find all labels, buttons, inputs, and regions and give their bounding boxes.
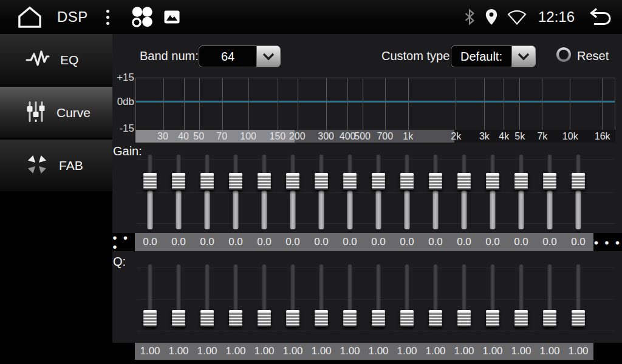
q-slider[interactable]	[395, 262, 419, 341]
gain-more-left-button[interactable]: ● ● ●	[112, 233, 135, 251]
gain-more-right-button[interactable]: ● ● ●	[593, 233, 622, 251]
sidebar-item-eq[interactable]: EQ	[0, 34, 112, 87]
gain-slider-handle[interactable]	[400, 173, 414, 190]
chevron-down-icon[interactable]	[511, 46, 535, 67]
gain-slider-handle[interactable]	[514, 173, 528, 190]
gain-slider[interactable]	[509, 150, 533, 231]
q-slider-handle[interactable]	[457, 310, 471, 327]
gain-slider-handle[interactable]	[572, 173, 585, 190]
gain-slider[interactable]	[423, 150, 448, 231]
q-slider-handle[interactable]	[429, 310, 442, 327]
q-slider[interactable]	[281, 262, 305, 341]
frequency-tick-label: 50	[193, 131, 204, 142]
gain-value: 0.0	[285, 236, 300, 248]
gain-slider[interactable]	[366, 150, 391, 231]
q-slider[interactable]	[309, 262, 333, 341]
gain-value: 0.0	[457, 236, 471, 248]
gain-slider-handle[interactable]	[543, 173, 556, 190]
reset-radio[interactable]	[556, 47, 571, 62]
q-slider-handle[interactable]	[200, 310, 214, 327]
gain-slider-handle[interactable]	[258, 173, 271, 190]
chevron-down-icon[interactable]	[256, 46, 280, 67]
eq-curve-plot[interactable]	[135, 78, 615, 130]
q-slider-handle[interactable]	[372, 310, 385, 327]
sidebar: EQ Curve	[0, 34, 112, 364]
dsp-app-screen: DSP	[0, 0, 622, 364]
q-slider-handle[interactable]	[343, 310, 357, 327]
q-slider-handle[interactable]	[572, 310, 585, 327]
q-slider-handle[interactable]	[229, 310, 242, 327]
gain-slider-handle[interactable]	[229, 173, 242, 190]
q-slider[interactable]	[224, 262, 248, 341]
back-icon[interactable]	[586, 7, 613, 27]
gain-slider[interactable]	[395, 150, 419, 231]
gain-slider[interactable]	[252, 150, 276, 231]
gain-slider-handle[interactable]	[429, 173, 442, 190]
gain-slider[interactable]	[338, 150, 362, 231]
gain-slider-handle[interactable]	[143, 173, 157, 190]
gain-slider-handle[interactable]	[286, 173, 299, 190]
q-slider[interactable]	[566, 262, 590, 341]
gain-slider-handle[interactable]	[200, 173, 214, 190]
y-tick-plus15: +15	[112, 72, 134, 84]
gain-slider-handle[interactable]	[457, 173, 471, 190]
plot-gridline	[363, 78, 363, 130]
q-slider[interactable]	[452, 262, 476, 341]
gain-slider-handle[interactable]	[315, 173, 328, 190]
gain-slider[interactable]	[224, 150, 248, 231]
sidebar-item-curve[interactable]: Curve	[0, 87, 112, 140]
q-slider-handle[interactable]	[172, 310, 185, 327]
q-slider-handle[interactable]	[143, 310, 157, 327]
gain-slider[interactable]	[452, 150, 476, 231]
gain-slider[interactable]	[281, 150, 305, 231]
q-slider-handle[interactable]	[315, 310, 328, 327]
slider-track-lower	[490, 190, 496, 229]
q-slider-handle[interactable]	[258, 310, 271, 327]
gain-slider[interactable]	[538, 150, 562, 231]
q-slider[interactable]	[166, 262, 191, 341]
plot-gridline	[248, 78, 249, 130]
overflow-menu-icon[interactable]	[104, 7, 112, 27]
gain-slider-handle[interactable]	[486, 173, 499, 190]
gain-slider[interactable]	[309, 150, 333, 231]
gain-slider-handle[interactable]	[343, 173, 357, 190]
location-icon	[485, 8, 498, 25]
apps-clover-icon[interactable]	[130, 5, 153, 29]
band-num-select[interactable]: 64	[199, 46, 281, 67]
slider-track-lower	[176, 190, 182, 229]
gallery-icon[interactable]	[164, 10, 180, 24]
q-slider[interactable]	[252, 262, 276, 341]
frequency-tick-label: 500	[354, 131, 371, 142]
gain-slider-handle[interactable]	[172, 173, 185, 190]
q-slider-handle[interactable]	[514, 310, 528, 327]
q-slider[interactable]	[538, 262, 562, 341]
q-slider[interactable]	[509, 262, 533, 341]
gain-value: 0.0	[228, 236, 243, 248]
gain-slider[interactable]	[480, 150, 505, 231]
q-slider[interactable]	[138, 262, 162, 341]
q-slider[interactable]	[338, 262, 362, 341]
custom-type-select[interactable]: Default:	[451, 46, 536, 67]
reset-radio-hole	[559, 50, 569, 59]
gain-slider-handle[interactable]	[372, 173, 385, 190]
q-slider-handle[interactable]	[286, 310, 299, 327]
gain-slider[interactable]	[566, 150, 590, 231]
q-slider[interactable]	[480, 262, 505, 341]
slider-track-lower	[376, 190, 381, 229]
gain-slider[interactable]	[166, 150, 191, 231]
q-slider[interactable]	[366, 262, 391, 341]
y-tick-minus15: -15	[112, 123, 134, 135]
frequency-tick-label: 200	[289, 131, 306, 142]
sidebar-item-fab[interactable]: FAB	[0, 140, 112, 192]
gain-slider[interactable]	[195, 150, 219, 231]
slider-track-upper	[548, 265, 552, 312]
q-slider[interactable]	[423, 262, 448, 341]
q-slider-handle[interactable]	[543, 310, 556, 327]
gain-slider[interactable]	[138, 150, 162, 231]
eq-curve-line	[136, 101, 615, 103]
q-slider[interactable]	[195, 262, 219, 341]
home-icon[interactable]	[16, 5, 44, 29]
q-slider-handle[interactable]	[400, 310, 414, 327]
frequency-tick-label: 40	[178, 131, 189, 142]
q-slider-handle[interactable]	[486, 310, 499, 327]
